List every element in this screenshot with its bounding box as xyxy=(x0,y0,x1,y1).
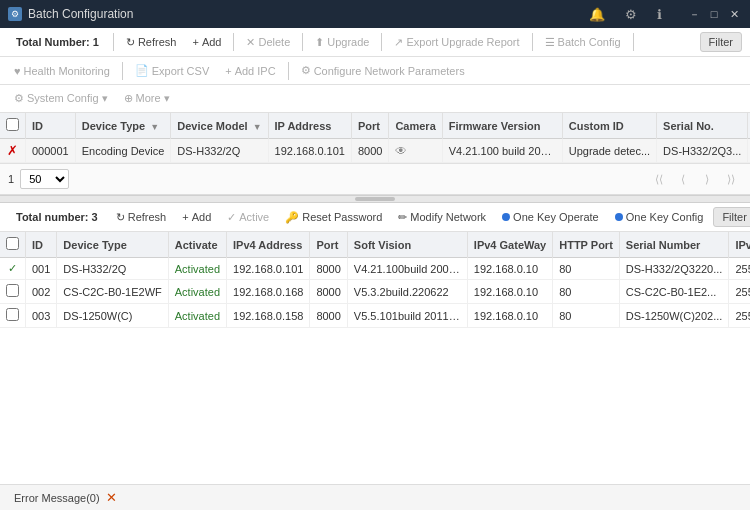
modify-net-icon: ✏ xyxy=(398,211,407,224)
bot-row2-chk[interactable] xyxy=(6,284,19,297)
sep2 xyxy=(233,33,234,51)
bottom-add-button[interactable]: + Add xyxy=(176,208,217,226)
bot-row3-http-port: 80 xyxy=(553,304,620,328)
top-row-camera: 👁 xyxy=(389,139,442,163)
export-upgrade-button[interactable]: ↗ Export Upgrade Report xyxy=(388,33,525,52)
resize-handle[interactable] xyxy=(0,195,750,203)
bottom-add-icon: + xyxy=(182,211,188,223)
one-key-operate-button[interactable]: One Key Operate xyxy=(496,208,605,226)
more-icon: ⊕ xyxy=(124,92,133,105)
bot-row3-ipv4: 192.168.0.158 xyxy=(227,304,310,328)
settings-icon[interactable]: ⚙ xyxy=(621,5,641,24)
top-col-custom-id: Custom ID xyxy=(562,113,656,139)
more-button[interactable]: ⊕ More ▾ xyxy=(118,89,176,108)
bot-col-checkbox xyxy=(0,232,26,258)
page-prev-button[interactable]: ⟨ xyxy=(672,168,694,190)
table-row: ✓ 001 DS-H332/2Q Activated 192.168.0.101… xyxy=(0,258,750,280)
export-csv-button[interactable]: 📄 Export CSV xyxy=(129,61,215,80)
top-table: ID Device Type ▼ Device Model ▼ IP Addre… xyxy=(0,113,750,163)
page-first-button[interactable]: ⟨⟨ xyxy=(648,168,670,190)
bot-row1-serial: DS-H332/2Q3220... xyxy=(619,258,729,280)
bot-col-gateway: IPv4 GateWay xyxy=(467,232,552,258)
top-toolbar-row3: ⚙ System Config ▾ ⊕ More ▾ xyxy=(0,85,750,113)
bot-row1-port: 8000 xyxy=(310,258,347,280)
resize-handle-grip xyxy=(355,197,395,201)
bot-col-activate: Activate xyxy=(168,232,226,258)
one-key-config-button[interactable]: One Key Config xyxy=(609,208,710,226)
bot-row1-ipv4: 192.168.0.101 xyxy=(227,258,310,280)
delete-icon: ✕ xyxy=(246,36,255,49)
help-icon[interactable]: ℹ xyxy=(653,5,666,24)
bot-row2-serial: CS-C2C-B0-1E2... xyxy=(619,280,729,304)
page-size-select[interactable]: 50 100 200 xyxy=(20,169,69,189)
add-ipc-button[interactable]: + Add IPC xyxy=(219,62,281,80)
health-monitor-button[interactable]: ♥ Health Monitoring xyxy=(8,62,116,80)
bottom-table-container: ID Device Type Activate IPv4 Address Por… xyxy=(0,232,750,484)
modify-network-button[interactable]: ✏ Modify Network xyxy=(392,208,492,227)
bot-row3-activate: Activated xyxy=(168,304,226,328)
bot-row3-chk[interactable] xyxy=(6,308,19,321)
delete-button[interactable]: ✕ Delete xyxy=(240,33,296,52)
bottom-refresh-button[interactable]: ↻ Refresh xyxy=(110,208,173,227)
bot-row3-mask: 255.255.255.0 xyxy=(729,304,750,328)
bottom-table: ID Device Type Activate IPv4 Address Por… xyxy=(0,232,750,328)
top-row-ip: 192.168.0.101 xyxy=(268,139,351,163)
bot-row1-gateway: 192.168.0.10 xyxy=(467,258,552,280)
close-button[interactable]: ✕ xyxy=(726,6,742,22)
sep1 xyxy=(113,33,114,51)
top-col-serial: Serial No. xyxy=(657,113,748,139)
eye-icon: 👁 xyxy=(395,144,407,158)
window-title: Batch Configuration xyxy=(28,7,133,21)
top-row-checkbox: ✗ xyxy=(0,139,26,163)
sep5 xyxy=(532,33,533,51)
bot-col-soft-vision: Soft Vision xyxy=(347,232,467,258)
bot-col-serial: Serial Number xyxy=(619,232,729,258)
top-toolbar-row1: Total Number: 1 ↻ Refresh + Add ✕ Delete… xyxy=(0,28,750,57)
minimize-button[interactable]: － xyxy=(686,6,702,22)
page-next-button[interactable]: ⟩ xyxy=(696,168,718,190)
top-col-firmware: Firmware Version xyxy=(442,113,562,139)
refresh-button[interactable]: ↻ Refresh xyxy=(120,33,183,52)
bot-row2-checkbox xyxy=(0,280,26,304)
bottom-filter-button[interactable]: Filter xyxy=(713,207,750,227)
bottom-panel: Total number: 3 ↻ Refresh + Add ✓ Active… xyxy=(0,203,750,484)
notification-icon[interactable]: 🔔 xyxy=(585,5,609,24)
top-select-all[interactable] xyxy=(6,118,19,131)
reset-pwd-icon: 🔑 xyxy=(285,211,299,224)
top-row-firmware: V4.21.100 build 200508 xyxy=(442,139,562,163)
upgrade-button[interactable]: ⬆ Upgrade xyxy=(309,33,375,52)
reset-password-button[interactable]: 🔑 Reset Password xyxy=(279,208,388,227)
page-last-button[interactable]: ⟩⟩ xyxy=(720,168,742,190)
batch-config-button[interactable]: ☰ Batch Config xyxy=(539,33,627,52)
table-row: 003 DS-1250W(C) Activated 192.168.0.158 … xyxy=(0,304,750,328)
maximize-button[interactable]: □ xyxy=(706,6,722,22)
batch-config-icon: ☰ xyxy=(545,36,555,49)
error-close-icon[interactable]: ✕ xyxy=(106,490,117,505)
bot-col-id: ID xyxy=(26,232,57,258)
bottom-active-button[interactable]: ✓ Active xyxy=(221,208,275,227)
sep4 xyxy=(381,33,382,51)
bot-row1-mask: 255.255.255.0 xyxy=(729,258,750,280)
health-icon: ♥ xyxy=(14,65,21,77)
top-col-port: Port xyxy=(351,113,388,139)
config-network-button[interactable]: ⚙ Configure Network Parameters xyxy=(295,61,471,80)
bot-row3-serial: DS-1250W(C)202... xyxy=(619,304,729,328)
top-toolbar-row2: ♥ Health Monitoring 📄 Export CSV + Add I… xyxy=(0,57,750,85)
bot-row3-port: 8000 xyxy=(310,304,347,328)
bot-select-all[interactable] xyxy=(6,237,19,250)
bot-col-port: Port xyxy=(310,232,347,258)
bot-col-ipv4: IPv4 Address xyxy=(227,232,310,258)
error-message-item[interactable]: Error Message(0) ✕ xyxy=(8,488,123,507)
filter-button[interactable]: Filter xyxy=(700,32,742,52)
add-button[interactable]: + Add xyxy=(186,33,227,51)
system-config-icon: ⚙ xyxy=(14,92,24,105)
export-csv-icon: 📄 xyxy=(135,64,149,77)
system-config-button[interactable]: ⚙ System Config ▾ xyxy=(8,89,114,108)
top-row-device-type: Encoding Device xyxy=(75,139,171,163)
bottom-refresh-icon: ↻ xyxy=(116,211,125,224)
top-col-camera: Camera xyxy=(389,113,442,139)
bot-row2-http-port: 80 xyxy=(553,280,620,304)
bot-row3-soft-vision: V5.5.101build 201127 xyxy=(347,304,467,328)
top-row-id: 000001 xyxy=(26,139,76,163)
bot-row1-device-type: DS-H332/2Q xyxy=(57,258,168,280)
